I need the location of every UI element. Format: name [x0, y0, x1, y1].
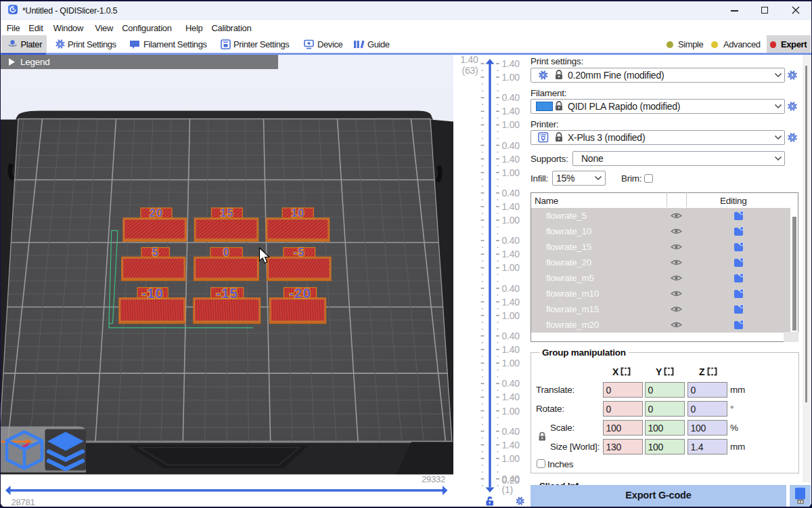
svg-text:10: 10 — [291, 207, 304, 219]
svg-text:1.40: 1.40 — [502, 439, 520, 450]
svg-text:0.40: 0.40 — [502, 330, 520, 341]
svg-text:0.40: 0.40 — [502, 425, 520, 436]
svg-text:1.40: 1.40 — [502, 249, 520, 259]
svg-text:28781: 28781 — [12, 496, 35, 507]
svg-text:1.40: 1.40 — [502, 153, 520, 164]
svg-text:1.00: 1.00 — [502, 72, 520, 83]
svg-text:1.40: 1.40 — [502, 296, 520, 307]
svg-text:1.00: 1.00 — [502, 452, 520, 463]
svg-text:0.40: 0.40 — [502, 282, 520, 293]
svg-text:0.40: 0.40 — [502, 378, 520, 389]
svg-text:0.40: 0.40 — [502, 187, 520, 198]
svg-text:20: 20 — [150, 207, 163, 219]
svg-text:1.00: 1.00 — [502, 405, 520, 416]
svg-text:1.00: 1.00 — [502, 358, 520, 368]
svg-text:1.40: 1.40 — [502, 106, 520, 117]
svg-text:0: 0 — [223, 247, 230, 258]
svg-text:1.00: 1.00 — [502, 310, 520, 320]
svg-text:0.40: 0.40 — [502, 235, 520, 246]
svg-text:-20: -20 — [289, 284, 311, 300]
svg-text:1.40: 1.40 — [502, 391, 520, 402]
svg-text:1.00: 1.00 — [502, 119, 520, 130]
svg-text:-15: -15 — [216, 284, 238, 300]
svg-text:-5: -5 — [294, 247, 304, 258]
svg-text:5: 5 — [152, 247, 159, 258]
svg-text:1.00: 1.00 — [502, 215, 520, 226]
svg-text:0.40: 0.40 — [502, 92, 520, 103]
svg-text:1.40: 1.40 — [460, 55, 478, 65]
svg-text:1.00: 1.00 — [502, 167, 520, 177]
svg-text:(63): (63) — [462, 65, 478, 76]
svg-text:1.40: 1.40 — [502, 344, 520, 355]
svg-text:-10: -10 — [141, 284, 164, 300]
svg-text:0.40: 0.40 — [502, 140, 520, 150]
svg-text:1.40: 1.40 — [502, 201, 520, 212]
svg-text:15: 15 — [221, 207, 234, 219]
svg-text:1.00: 1.00 — [502, 262, 520, 273]
svg-text:29332: 29332 — [422, 474, 445, 484]
svg-text:(1): (1) — [502, 484, 513, 494]
svg-text:1.40: 1.40 — [502, 58, 520, 68]
